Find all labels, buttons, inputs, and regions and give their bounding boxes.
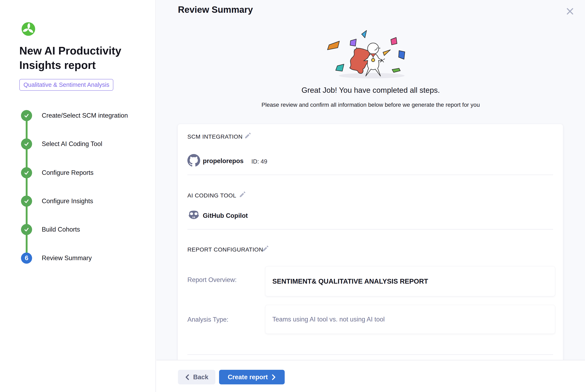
report-configuration-section-label: REPORT CONFIGURATION (188, 246, 263, 253)
ai-coding-tool-section-label: AI CODING TOOL (188, 192, 236, 199)
step-done-check-icon (21, 110, 32, 121)
edit-ai-coding-tool-pencil-icon[interactable] (238, 191, 246, 198)
step-label: Configure Insights (42, 196, 93, 207)
create-report-button-label: Create report (228, 374, 268, 381)
step-connector-line (26, 116, 28, 258)
review-summary-panel: Review Summary (156, 0, 585, 360)
ai-coding-tool-name: GitHub Copilot (203, 211, 248, 220)
edit-report-configuration-pencil-icon[interactable] (262, 245, 270, 252)
report-overview-value: SENTIMENT& QUALITATIVE ANALYSIS REPORT (272, 278, 428, 285)
github-icon (188, 154, 200, 168)
back-button-label: Back (193, 374, 208, 381)
section-divider (188, 229, 553, 230)
section-divider (188, 354, 553, 355)
step-done-check-icon (21, 196, 32, 207)
app-window: New AI Productivity Insights report Qual… (0, 0, 585, 392)
github-copilot-icon (188, 209, 200, 222)
step-label: Select AI Coding Tool (42, 138, 102, 150)
congrats-heading: Great Job! You have completed all steps. (156, 86, 585, 94)
step-done-check-icon (21, 224, 32, 235)
step-label: Build Cohorts (42, 224, 80, 235)
report-overview-value-box: SENTIMENT& QUALITATIVE ANALYSIS REPORT (265, 266, 555, 296)
scm-integration-name: propelorepos (203, 156, 244, 166)
report-type-badge: Qualitative & Sentiment Analysis (19, 79, 113, 91)
step-label: Create/Select SCM integration (42, 110, 128, 121)
analysis-type-label: Analysis Type: (188, 316, 228, 323)
analysis-type-value-box: Teams using AI tool vs. not using AI too… (265, 305, 555, 334)
edit-scm-integration-pencil-icon[interactable] (244, 132, 252, 140)
report-wizard-title: New AI Productivity Insights report (19, 44, 134, 72)
step-done-check-icon (21, 138, 32, 150)
analysis-type-value: Teams using AI tool vs. not using AI too… (272, 316, 385, 323)
chevron-left-icon (185, 374, 190, 380)
close-icon[interactable] (565, 6, 575, 16)
summary-card: SCM INTEGRATION propelorepos ID: 49 AI C… (178, 124, 563, 360)
step-label: Configure Reports (42, 167, 94, 178)
scm-integration-section-label: SCM INTEGRATION (188, 134, 242, 140)
step-current-number-badge: 6 (21, 252, 32, 264)
step-number: 6 (25, 254, 28, 262)
section-divider (188, 174, 553, 175)
chevron-right-icon (271, 374, 276, 380)
wizard-footer: Back Create report (156, 360, 585, 392)
report-overview-label: Report Overview: (188, 276, 236, 284)
back-button[interactable]: Back (178, 370, 215, 384)
create-report-button[interactable]: Create report (219, 370, 285, 384)
congrats-subheading: Please review and confirm all informatio… (156, 102, 585, 108)
page-title: Review Summary (178, 4, 253, 15)
step-label: Review Summary (42, 252, 92, 264)
scm-integration-id: ID: 49 (251, 158, 267, 165)
propelo-logo-icon (21, 22, 36, 36)
step-done-check-icon (21, 167, 32, 178)
superhero-celebration-illustration (321, 29, 420, 82)
wizard-sidebar: New AI Productivity Insights report Qual… (0, 0, 156, 392)
